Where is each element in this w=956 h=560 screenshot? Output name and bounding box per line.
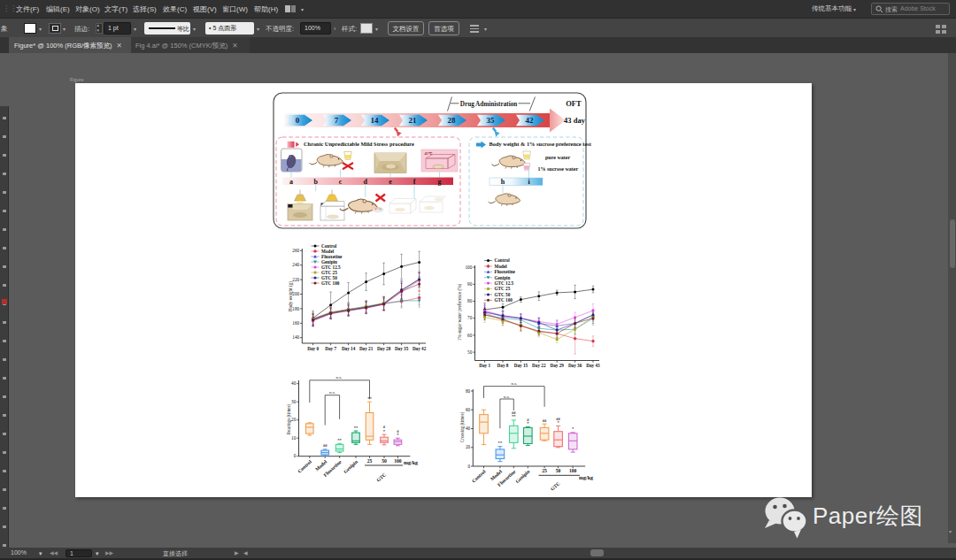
svg-text:25: 25 <box>367 458 373 464</box>
svg-text:**: ** <box>354 426 358 430</box>
svg-text:30: 30 <box>291 399 297 404</box>
svg-text:35: 35 <box>487 116 496 125</box>
svg-text:d: d <box>364 178 368 186</box>
svg-text:a: a <box>289 178 293 186</box>
svg-text:Genipin: Genipin <box>343 458 359 474</box>
svg-text:pure water: pure water <box>545 155 570 160</box>
svg-text:Day 1: Day 1 <box>479 363 490 368</box>
svg-text:GTC: GTC <box>550 480 561 492</box>
svg-text:Day 15: Day 15 <box>514 363 528 368</box>
svg-text:b: b <box>313 178 318 186</box>
svg-text:1% sugar water preference (%): 1% sugar water preference (%) <box>457 283 463 341</box>
svg-text:Control: Control <box>471 468 487 483</box>
svg-text:14: 14 <box>371 116 380 125</box>
svg-text:GTC 50: GTC 50 <box>495 292 511 297</box>
svg-text:60: 60 <box>467 333 473 338</box>
svg-text:180: 180 <box>292 306 299 311</box>
svg-text:140: 140 <box>292 334 299 340</box>
svg-text:Control: Control <box>495 257 511 263</box>
svg-text:g: g <box>438 178 442 186</box>
svg-text:21: 21 <box>409 116 418 125</box>
svg-text:GTC: GTC <box>375 472 387 483</box>
svg-text:n.s.: n.s. <box>329 390 335 395</box>
svg-text:Day 35: Day 35 <box>395 346 409 351</box>
svg-text:mg/kg: mg/kg <box>579 475 593 480</box>
svg-text:Day 42: Day 42 <box>412 346 427 351</box>
svg-text:160: 160 <box>292 320 299 326</box>
svg-text:90: 90 <box>467 281 473 287</box>
svg-text:42: 42 <box>526 116 535 125</box>
svg-text:Day 29: Day 29 <box>550 363 564 368</box>
svg-text:10: 10 <box>291 435 297 441</box>
svg-text:Control: Control <box>297 458 312 473</box>
svg-text:Model: Model <box>495 264 508 269</box>
svg-text:##: ## <box>543 418 547 423</box>
svg-text:Day 21: Day 21 <box>359 346 374 351</box>
svg-text:80: 80 <box>467 298 473 303</box>
svg-text:200: 200 <box>292 291 299 296</box>
svg-text:Day 7: Day 7 <box>325 346 336 351</box>
svg-text:Body weight & 1% sucrose prefe: Body weight & 1% sucrose preference test <box>490 141 592 147</box>
svg-text:c: c <box>339 178 343 186</box>
svg-text:Chronic Unpredictable Mild Str: Chronic Unpredictable Mild Stress proced… <box>304 141 414 147</box>
svg-text:260: 260 <box>292 248 299 253</box>
svg-text:**: ** <box>512 414 516 418</box>
svg-text:e: e <box>389 178 392 186</box>
svg-text:50: 50 <box>382 458 387 464</box>
svg-text:mg/kg: mg/kg <box>404 460 418 465</box>
svg-text:Genipin: Genipin <box>514 468 531 484</box>
svg-text:GTC 25: GTC 25 <box>495 286 511 291</box>
svg-text:Day 8: Day 8 <box>497 363 509 368</box>
svg-text:h: h <box>501 178 505 186</box>
svg-text:*: * <box>527 421 529 426</box>
svg-text:43 day: 43 day <box>564 116 586 125</box>
svg-text:50: 50 <box>467 349 473 355</box>
svg-text:Genipin: Genipin <box>495 275 511 280</box>
svg-text:1% sucrose water: 1% sucrose water <box>538 166 579 172</box>
svg-text:220: 220 <box>292 277 299 282</box>
svg-text:20: 20 <box>291 417 297 422</box>
svg-text:Day 28: Day 28 <box>377 346 391 351</box>
svg-text:n.s.: n.s. <box>504 395 510 399</box>
svg-text:GTC 100: GTC 100 <box>495 297 513 303</box>
svg-text:60: 60 <box>466 407 471 412</box>
svg-text:25: 25 <box>542 468 547 473</box>
svg-text:Rearings (times): Rearings (times) <box>286 404 292 435</box>
svg-text:100: 100 <box>569 468 577 473</box>
svg-text:*: * <box>572 426 574 431</box>
svg-text:GTC 12.5: GTC 12.5 <box>495 280 514 286</box>
svg-text:Drug Administration: Drug Administration <box>460 101 518 108</box>
svg-text:##: ## <box>323 443 328 448</box>
svg-text:Crossing (times): Crossing (times) <box>459 412 466 443</box>
svg-text:Day 14: Day 14 <box>342 346 356 351</box>
svg-text:OFT: OFT <box>566 99 582 108</box>
svg-text:80: 80 <box>466 388 471 394</box>
svg-text:**: ** <box>337 438 342 442</box>
svg-text:240: 240 <box>292 262 299 267</box>
svg-text:Day 36: Day 36 <box>568 363 582 368</box>
svg-text:Body weight (g): Body weight (g) <box>288 281 294 311</box>
svg-text:7: 7 <box>335 116 339 125</box>
svg-text:Fluoxetine: Fluoxetine <box>495 269 516 274</box>
svg-text:*: * <box>383 429 386 433</box>
svg-text:n.s.: n.s. <box>336 375 343 380</box>
svg-text:f: f <box>413 178 416 186</box>
svg-text:70: 70 <box>467 315 473 320</box>
svg-text:0: 0 <box>294 453 297 458</box>
svg-text:100: 100 <box>466 265 473 270</box>
svg-text:40: 40 <box>291 380 297 386</box>
svg-text:0: 0 <box>468 464 471 469</box>
svg-text:20: 20 <box>466 444 471 449</box>
svg-text:28: 28 <box>448 116 457 125</box>
svg-text:Day 22: Day 22 <box>532 363 546 368</box>
svg-text:100: 100 <box>394 458 402 464</box>
svg-text:*: * <box>397 433 399 437</box>
svg-text:Day 0: Day 0 <box>307 346 319 351</box>
svg-text:0: 0 <box>296 116 300 125</box>
svg-text:40: 40 <box>466 426 471 431</box>
svg-text:GTC 100: GTC 100 <box>321 280 340 286</box>
svg-text:**: ** <box>498 441 503 445</box>
svg-text:50: 50 <box>556 468 561 473</box>
svg-text:Day 43: Day 43 <box>586 363 600 368</box>
svg-text:n.s.: n.s. <box>512 381 518 386</box>
